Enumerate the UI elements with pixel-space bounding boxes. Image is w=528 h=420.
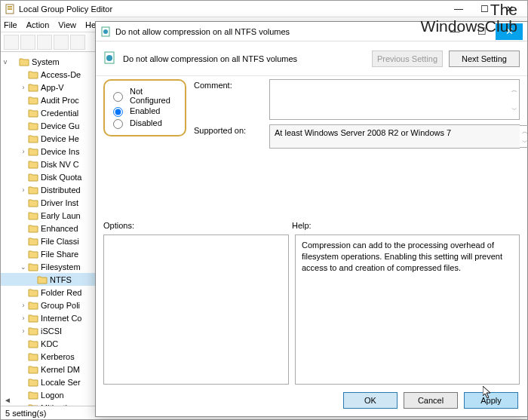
- tree-item-label: App-V: [41, 83, 64, 92]
- tree-item[interactable]: Access-De: [1, 68, 97, 81]
- tree-item[interactable]: Early Laun: [1, 209, 97, 222]
- radio-not-configured[interactable]: Not Configured: [109, 87, 180, 105]
- tree-item[interactable]: › iSCSI: [1, 324, 97, 337]
- main-title: Local Group Policy Editor: [19, 5, 112, 14]
- toolbar-forward-button[interactable]: [20, 35, 35, 50]
- main-titlebar[interactable]: Local Group Policy Editor — ☐ ✕: [1, 1, 527, 17]
- tree-item-label: Credential: [41, 109, 78, 118]
- tree-item[interactable]: Device He: [1, 132, 97, 145]
- tree-item[interactable]: Credential: [1, 106, 97, 119]
- tree-expand-icon[interactable]: v: [1, 58, 10, 66]
- help-text: Compression can add to the processing ov…: [302, 241, 502, 272]
- tree-item[interactable]: › App-V: [1, 81, 97, 94]
- dialog-header: Do not allow compression on all NTFS vol…: [96, 41, 527, 76]
- tree-item[interactable]: Locale Ser: [1, 376, 97, 388]
- tree-item-label: Driver Inst: [41, 198, 78, 207]
- next-setting-button[interactable]: Next Setting: [449, 51, 520, 67]
- hscroll-left[interactable]: ◄: [4, 396, 11, 404]
- folder-icon: [28, 198, 38, 207]
- policy-tree[interactable]: v System Access-De› App-V Audit Proc Cre…: [1, 52, 97, 406]
- menu-file[interactable]: File: [4, 20, 17, 29]
- tree-item[interactable]: File Classi: [1, 235, 97, 247]
- ok-button[interactable]: OK: [343, 392, 398, 409]
- comment-label: Comment:: [194, 79, 263, 90]
- apply-button[interactable]: Apply: [464, 392, 518, 409]
- tree-item-label: Logon: [41, 391, 64, 400]
- tree-expand-icon[interactable]: ›: [19, 404, 28, 406]
- tree-item-label: Filesystem: [41, 262, 81, 271]
- folder-icon: [28, 314, 38, 323]
- toolbar-help-button[interactable]: [70, 35, 85, 50]
- tree-expand-icon[interactable]: ›: [19, 84, 28, 91]
- dialog-minimize-button[interactable]: —: [441, 23, 468, 40]
- tree-item[interactable]: Logon: [1, 388, 97, 401]
- main-maximize-button[interactable]: ☐: [471, 2, 497, 17]
- folder-icon: [28, 403, 38, 406]
- dialog-title: Do not allow compression on all NTFS vol…: [115, 27, 290, 36]
- tree-expand-icon[interactable]: ⌄: [19, 263, 28, 271]
- tree-item-label: Access-De: [41, 70, 81, 79]
- dialog-titlebar[interactable]: Do not allow compression on all NTFS vol…: [96, 22, 527, 41]
- cancel-button[interactable]: Cancel: [404, 392, 458, 409]
- folder-icon: [28, 326, 38, 336]
- folder-icon: [28, 173, 38, 182]
- tree-item[interactable]: › Mitigation: [1, 401, 97, 406]
- tree-item[interactable]: › Group Poli: [1, 299, 97, 311]
- radio-enabled[interactable]: Enabled: [109, 105, 180, 117]
- dialog-maximize-button[interactable]: ☐: [468, 23, 496, 40]
- menu-view[interactable]: View: [58, 20, 76, 29]
- folder-icon: [28, 352, 38, 361]
- tree-item[interactable]: Disk Quota: [1, 170, 97, 183]
- tree-item-system[interactable]: v System: [1, 55, 97, 68]
- supported-scroll-up-icon[interactable]: ︿: [520, 126, 528, 136]
- tree-item[interactable]: Kernel DM: [1, 363, 97, 376]
- tree-expand-icon[interactable]: ›: [19, 327, 28, 335]
- tree-item[interactable]: Folder Red: [1, 286, 97, 299]
- tree-item[interactable]: Kerberos: [1, 350, 97, 363]
- tree-item-label: Device He: [41, 134, 79, 143]
- tree-item[interactable]: Enhanced: [1, 222, 97, 235]
- comment-scroll-up-icon[interactable]: ︿: [509, 80, 520, 100]
- tree-item[interactable]: Driver Inst: [1, 196, 97, 209]
- tree-item-label: iSCSI: [41, 326, 62, 336]
- tree-item[interactable]: › Internet Co: [1, 311, 97, 324]
- supported-scroll-down-icon[interactable]: ﹀: [520, 136, 528, 147]
- folder-icon: [28, 109, 38, 118]
- main-minimize-button[interactable]: —: [446, 2, 471, 17]
- status-text: 5 setting(s): [5, 409, 46, 418]
- toolbar-back-button[interactable]: [4, 35, 19, 50]
- tree-item[interactable]: › Distributed: [1, 183, 97, 196]
- tree-item-label: Distributed: [41, 185, 81, 195]
- help-pane: Compression can add to the processing ov…: [295, 235, 520, 385]
- tree-item-label: Kernel DM: [41, 365, 80, 374]
- tree-item[interactable]: NTFS: [1, 273, 97, 286]
- tree-item[interactable]: › Device Ins: [1, 145, 97, 158]
- radio-disabled[interactable]: Disabled: [109, 117, 180, 129]
- folder-icon: [37, 275, 48, 284]
- supported-on-text: At least Windows Server 2008 R2 or Windo…: [269, 124, 520, 149]
- dialog-close-button[interactable]: ✕: [496, 23, 523, 40]
- tree-item[interactable]: Audit Proc: [1, 94, 97, 106]
- tree-expand-icon[interactable]: ›: [19, 148, 28, 155]
- menu-action[interactable]: Action: [26, 20, 50, 29]
- tree-item[interactable]: File Share: [1, 247, 97, 260]
- tree-expand-icon[interactable]: ›: [19, 186, 28, 194]
- policy-icon: [100, 26, 111, 37]
- tree-item[interactable]: Disk NV C: [1, 158, 97, 170]
- toolbar-up-button[interactable]: [37, 35, 52, 50]
- options-pane: [103, 235, 289, 385]
- svg-rect-1: [8, 6, 12, 8]
- radio-disabled-label: Disabled: [130, 118, 162, 127]
- tree-item[interactable]: Device Gu: [1, 119, 97, 132]
- tree-expand-icon[interactable]: ›: [19, 314, 28, 322]
- folder-icon: [28, 365, 38, 374]
- tree-item[interactable]: ⌄ Filesystem: [1, 260, 97, 273]
- tree-item-label: NTFS: [50, 275, 72, 284]
- toolbar-refresh-button[interactable]: [54, 35, 69, 50]
- main-close-button[interactable]: ✕: [497, 2, 523, 17]
- tree-expand-icon[interactable]: ›: [19, 302, 28, 309]
- tree-item-label: Device Gu: [41, 121, 79, 130]
- comment-scroll-down-icon[interactable]: ﹀: [509, 100, 520, 119]
- comment-textbox[interactable]: ︿﹀: [269, 79, 520, 120]
- tree-item[interactable]: KDC: [1, 337, 97, 350]
